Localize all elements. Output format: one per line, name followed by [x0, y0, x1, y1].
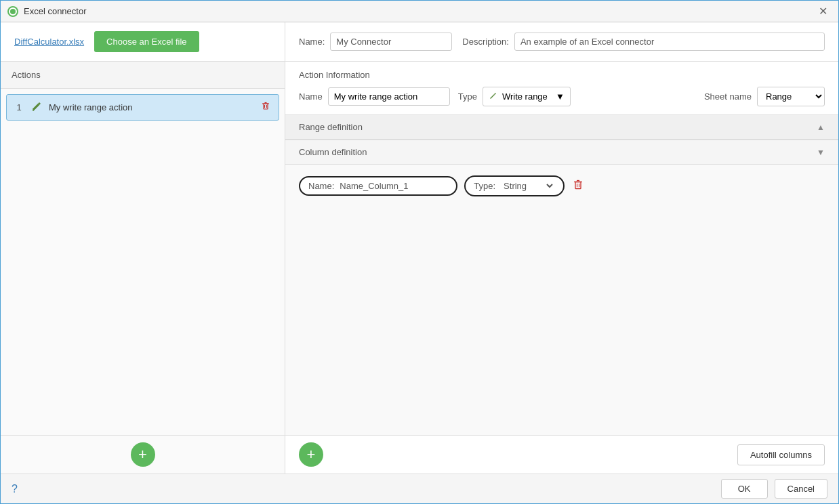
action-item[interactable]: 1 My write range action	[6, 94, 279, 121]
action-number: 1	[14, 102, 24, 112]
top-right: Name: Description:	[285, 22, 838, 61]
help-icon[interactable]: ?	[12, 483, 18, 495]
left-panel-footer: +	[1, 435, 285, 474]
main-body: Actions 1 My write range action	[1, 62, 838, 474]
column-definition-body: Name: Type: String Integer Boolean DateT…	[285, 165, 838, 435]
range-definition-title: Range definition	[299, 122, 363, 132]
range-definition-section: Range definition ▲	[285, 115, 838, 140]
add-column-button[interactable]: +	[299, 442, 323, 467]
action-type-wrap: Type Write range ▼	[458, 87, 571, 106]
left-panel: Actions 1 My write range action	[1, 62, 285, 474]
ok-button[interactable]: OK	[721, 479, 768, 499]
column-row: Name: Type: String Integer Boolean DateT…	[299, 175, 825, 196]
column-type-label: Type:	[474, 181, 495, 191]
column-type-select[interactable]: String Integer Boolean DateTime Double	[501, 180, 555, 192]
top-left: DiffCalculator.xlsx Choose an Excel file	[1, 22, 285, 61]
action-name-input[interactable]	[328, 87, 450, 106]
cancel-button[interactable]: Cancel	[775, 479, 827, 499]
right-panel: Action Information Name Type	[285, 62, 838, 474]
file-link[interactable]: DiffCalculator.xlsx	[14, 37, 84, 47]
excel-connector-dialog: Excel connector ✕ DiffCalculator.xlsx Ch…	[0, 0, 839, 504]
connector-name-label: Name:	[299, 37, 325, 47]
column-collapse-icon: ▼	[817, 148, 825, 157]
right-footer-left: +	[299, 442, 323, 467]
connector-desc-input[interactable]	[514, 33, 825, 51]
actions-list: 1 My write range action	[1, 89, 285, 435]
action-info-fields: Name Type Write range	[299, 87, 825, 106]
column-name-label: Name:	[308, 181, 334, 191]
column-definition-title: Column definition	[299, 147, 367, 157]
connector-desc-label: Description:	[462, 37, 509, 47]
column-delete-button[interactable]	[571, 178, 585, 194]
sheet-name-select[interactable]: Range	[757, 87, 825, 106]
sheet-name-wrap: Sheet name Range	[704, 87, 825, 106]
type-dropdown-arrow: ▼	[556, 91, 565, 102]
column-type-wrap: Type: String Integer Boolean DateTime Do…	[464, 175, 565, 196]
connector-name-input[interactable]	[330, 33, 452, 51]
title-bar: Excel connector ✕	[1, 1, 838, 22]
dialog-footer: ? OK Cancel	[1, 474, 838, 503]
top-section: DiffCalculator.xlsx Choose an Excel file…	[1, 22, 838, 62]
action-type-select[interactable]: Write range ▼	[483, 87, 571, 106]
close-button[interactable]: ✕	[815, 3, 832, 19]
action-type-value: Write range	[502, 91, 548, 102]
action-label: My write range action	[49, 102, 253, 112]
action-info-title: Action Information	[299, 70, 825, 80]
column-definition-section: Column definition ▼ Name: Type:	[285, 140, 838, 474]
app-icon	[7, 6, 18, 17]
right-footer-right: Autofill columns	[737, 444, 825, 465]
actions-header: Actions	[1, 62, 285, 89]
range-collapse-icon: ▲	[817, 123, 825, 132]
column-definition-header[interactable]: Column definition ▼	[285, 140, 838, 165]
range-definition-header[interactable]: Range definition ▲	[285, 115, 838, 140]
action-type-label: Type	[458, 91, 477, 102]
connector-name-group: Name:	[299, 33, 452, 51]
connector-desc-group: Description:	[462, 33, 825, 51]
sheet-name-label: Sheet name	[704, 91, 752, 102]
svg-rect-1	[264, 104, 268, 109]
right-footer: + Autofill columns	[285, 435, 838, 474]
action-name-label: Name	[299, 91, 323, 102]
action-type-icon	[31, 101, 42, 114]
column-name-input[interactable]	[340, 181, 448, 191]
svg-rect-6	[575, 182, 581, 188]
add-action-button[interactable]: +	[131, 442, 155, 467]
choose-file-button[interactable]: Choose an Excel file	[94, 31, 199, 52]
action-info-section: Action Information Name Type	[285, 62, 838, 115]
write-range-icon	[489, 91, 498, 102]
title-bar-left: Excel connector	[7, 6, 87, 17]
dialog-title: Excel connector	[24, 6, 87, 16]
column-name-wrap: Name:	[299, 176, 457, 196]
action-delete-button[interactable]	[260, 100, 272, 114]
footer-buttons: OK Cancel	[721, 479, 827, 499]
autofill-columns-button[interactable]: Autofill columns	[737, 444, 825, 465]
action-name-field: Name	[299, 87, 450, 106]
